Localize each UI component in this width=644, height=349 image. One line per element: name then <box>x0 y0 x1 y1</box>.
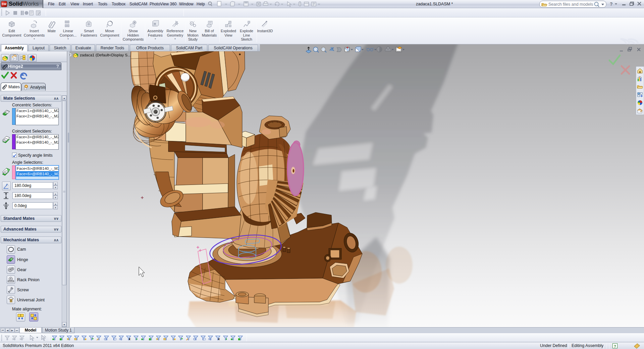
svg-text:?: ? <box>614 344 616 348</box>
